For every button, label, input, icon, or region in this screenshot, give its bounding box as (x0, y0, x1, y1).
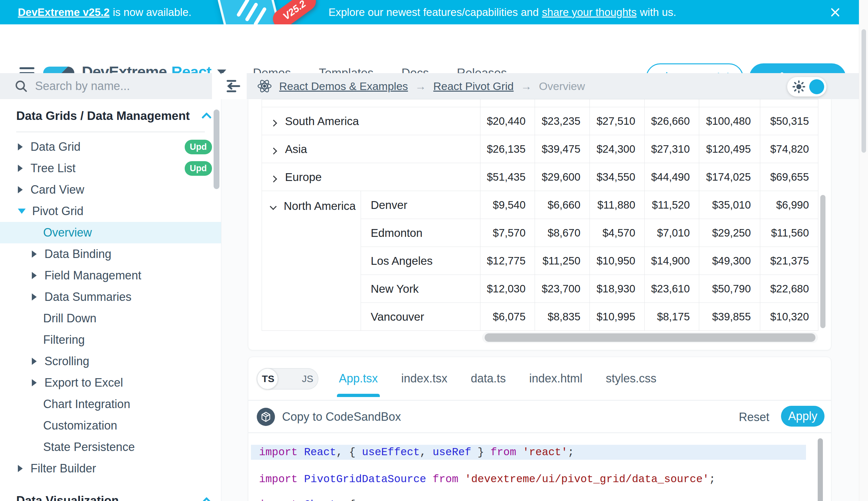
pivot-horizontal-scrollbar[interactable] (485, 333, 815, 342)
sun-icon (792, 79, 806, 94)
caret-down-icon (18, 209, 26, 214)
file-tab-index-html[interactable]: index.html (529, 372, 582, 385)
pivot-value-cell: $35,010 (699, 191, 760, 219)
devextreme-demos-page: DevExtreme v25.2 is now available. V25.2… (0, 0, 868, 501)
pivot-value-cell: $49,300 (699, 247, 760, 275)
pivot-value-cell: $120,495 (699, 135, 760, 163)
caret-right-icon (32, 250, 37, 258)
breadcrumb-link-demos[interactable]: React Demos & Examples (279, 80, 408, 93)
copy-to-codesandbox-button[interactable]: Copy to CodeSandBox (257, 408, 401, 426)
version-badge: V25.2 (269, 0, 319, 24)
pivot-value-cell: $7,010 (645, 219, 699, 247)
breadcrumb-link-pivot-grid[interactable]: React Pivot Grid (433, 80, 514, 93)
pivot-vertical-scrollbar[interactable] (820, 195, 825, 328)
expand-chevron-icon[interactable] (270, 148, 277, 154)
sidebar-item-filter-builder[interactable]: Filter Builder (0, 458, 221, 479)
caret-right-icon (32, 294, 37, 300)
react-icon (257, 79, 272, 94)
pivot-region-cell[interactable]: Europe (262, 163, 481, 191)
sidebar-item-overview[interactable]: Overview (0, 222, 221, 243)
ts-option[interactable]: TS (257, 369, 279, 389)
code-editor[interactable]: import React, { useEffect, useRef } from… (248, 433, 831, 501)
sidebar-item-label: Card View (31, 183, 84, 196)
sidebar-item-label: Overview (43, 226, 92, 239)
pivot-value-cell: $7,570 (481, 219, 535, 247)
code-actions-row: Copy to CodeSandBox Reset Apply (248, 401, 831, 433)
search-placeholder: Search by name... (35, 79, 130, 93)
caret-right-icon (18, 186, 23, 193)
pivot-value-cell: $6,990 (760, 191, 818, 219)
expand-chevron-icon[interactable] (270, 119, 277, 126)
pivot-horizontal-scrollbar-track (482, 332, 818, 343)
file-tab-index-tsx[interactable]: index.tsx (401, 372, 447, 385)
close-icon[interactable] (830, 7, 841, 18)
chevron-up-icon (201, 497, 212, 501)
file-tabs: App.tsxindex.tsxdata.tsindex.htmlstyles.… (339, 357, 656, 400)
sidebar-item-data-binding[interactable]: Data Binding (0, 243, 221, 265)
share-thoughts-link[interactable]: share your thoughts (542, 6, 637, 19)
sidebar-item-drill-down[interactable]: Drill Down (0, 308, 221, 329)
sidebar-item-customization[interactable]: Customization (0, 415, 221, 436)
pivot-value-cell: $11,560 (760, 219, 818, 247)
pivot-region-cell[interactable]: Asia (262, 135, 481, 163)
pivot-value-cell: $14,900 (645, 247, 699, 275)
pivot-city-cell: Denver (361, 191, 481, 219)
sidebar-item-label: Tree List (31, 161, 76, 175)
updated-badge: Upd (185, 161, 212, 176)
collapse-sidebar-button[interactable] (221, 73, 247, 99)
sidebar-item-pivot-grid[interactable]: Pivot Grid (0, 201, 221, 222)
theme-toggle-knob[interactable] (809, 79, 824, 94)
sidebar-item-label: Data Binding (44, 247, 111, 261)
page-scrollbar[interactable] (859, 0, 868, 501)
sidebar-item-data-grid[interactable]: Data GridUpd (0, 136, 221, 158)
sidebar-item-label: Chart Integration (43, 397, 130, 411)
main-content: South America$20,440$23,235$27,510$26,66… (221, 99, 868, 501)
search-input[interactable]: Search by name... (0, 73, 212, 99)
pivot-value-cell: $39,475 (535, 135, 590, 163)
caret-right-icon (32, 379, 37, 386)
pivot-value-cell: $27,310 (645, 135, 699, 163)
pivot-region-cell[interactable]: South America (262, 107, 481, 135)
sidebar-item-state-persistence[interactable]: State Persistence (0, 436, 221, 458)
sidebar-section-header[interactable]: Data Grids / Data Management (0, 103, 221, 129)
sidebar-item-scrolling[interactable]: Scrolling (0, 351, 221, 372)
file-tab-data-ts[interactable]: data.ts (471, 372, 506, 385)
sidebar-item-field-management[interactable]: Field Management (0, 265, 221, 286)
collapse-chevron-icon[interactable] (270, 203, 277, 210)
pivot-value-cell: $21,375 (760, 247, 818, 275)
page-scrollbar-thumb[interactable] (861, 29, 866, 153)
pivot-value-cell: $29,250 (699, 219, 760, 247)
breadcrumb: React Demos & Examples → React Pivot Gri… (247, 73, 859, 99)
reset-button[interactable]: Reset (739, 411, 769, 424)
sidebar-item-label: Scrolling (44, 354, 89, 368)
expand-chevron-icon[interactable] (270, 175, 277, 182)
file-tab-app-tsx[interactable]: App.tsx (339, 372, 378, 385)
sidebar-section-header[interactable]: Data Visualization (0, 488, 221, 501)
banner-version-link[interactable]: DevExtreme v25.2 (18, 6, 110, 19)
pivot-region-cell[interactable]: North America (262, 191, 361, 331)
sidebar-item-data-summaries[interactable]: Data Summaries (0, 286, 221, 308)
sidebar-item-filtering[interactable]: Filtering (0, 329, 221, 351)
sidebar-item-card-view[interactable]: Card View (0, 179, 221, 201)
sidebar-scrollbar[interactable] (213, 109, 219, 189)
sidebar-item-export-to-excel[interactable]: Export to Excel (0, 372, 221, 393)
site-header: JS DevExtremeReact by DevExpress DemosTe… (0, 24, 868, 73)
sidebar-item-tree-list[interactable]: Tree ListUpd (0, 158, 221, 179)
pivot-value-cell: $6,075 (481, 303, 535, 331)
js-option[interactable]: JS (302, 369, 313, 389)
file-tab-styles-css[interactable]: styles.css (606, 372, 656, 385)
code-line: import Chart, { (251, 497, 806, 501)
breadcrumb-separator: → (521, 80, 532, 93)
apply-button[interactable]: Apply (781, 406, 824, 427)
pivot-value-cell: $27,510 (590, 107, 645, 135)
pivot-value-cell: $8,175 (645, 303, 699, 331)
ts-js-toggle[interactable]: TS JS (257, 368, 318, 390)
code-line: import React, { useEffect, useRef } from… (251, 445, 806, 460)
sidebar-item-label: Pivot Grid (32, 204, 84, 218)
theme-toggle[interactable] (787, 77, 826, 96)
pivot-value-cell: $23,610 (645, 275, 699, 303)
code-scrollbar[interactable] (818, 438, 823, 501)
pivot-value-cell: $8,670 (535, 219, 590, 247)
pivot-value-cell: $22,680 (760, 275, 818, 303)
sidebar-item-chart-integration[interactable]: Chart Integration (0, 393, 221, 415)
